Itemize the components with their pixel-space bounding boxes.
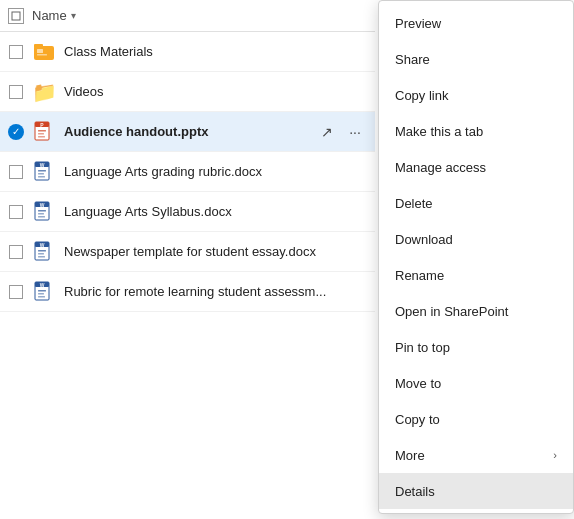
- menu-item-copy-link[interactable]: Copy link: [379, 77, 573, 113]
- docx-icon: W: [32, 280, 56, 304]
- menu-item-more[interactable]: More ›: [379, 437, 573, 473]
- docx-icon: W: [32, 200, 56, 224]
- menu-item-move-to[interactable]: Move to: [379, 365, 573, 401]
- docx-icon: W: [32, 160, 56, 184]
- more-button[interactable]: ···: [343, 120, 367, 144]
- menu-item-make-tab[interactable]: Make this a tab: [379, 113, 573, 149]
- docx-icon: W: [32, 240, 56, 264]
- file-checkbox[interactable]: [8, 204, 24, 220]
- svg-rect-0: [12, 12, 20, 20]
- svg-rect-16: [38, 176, 45, 178]
- svg-rect-21: [38, 213, 44, 215]
- menu-item-share[interactable]: Share: [379, 41, 573, 77]
- svg-text:W: W: [40, 282, 45, 288]
- file-name: Audience handout.pptx: [64, 124, 311, 139]
- file-checkbox[interactable]: [8, 244, 24, 260]
- name-column-header[interactable]: Name ▾: [32, 8, 76, 23]
- file-name: Rubric for remote learning student asses…: [64, 284, 367, 299]
- menu-item-delete[interactable]: Delete: [379, 185, 573, 221]
- file-checkbox[interactable]: [8, 164, 24, 180]
- pptx-icon: P: [32, 120, 56, 144]
- svg-rect-33: [38, 293, 44, 295]
- file-checkbox[interactable]: [8, 124, 24, 140]
- svg-rect-3: [37, 49, 43, 53]
- file-action-buttons: ↗ ···: [315, 120, 367, 144]
- file-list-header: Name ▾: [0, 0, 375, 32]
- svg-rect-4: [37, 54, 47, 56]
- svg-rect-2: [34, 44, 43, 48]
- svg-rect-10: [38, 136, 45, 138]
- file-item-audience-handout[interactable]: P Audience handout.pptx ↗ ···: [0, 112, 375, 152]
- svg-rect-34: [38, 296, 45, 298]
- svg-text:W: W: [40, 162, 45, 168]
- file-name: Language Arts Syllabus.docx: [64, 204, 367, 219]
- menu-item-rename[interactable]: Rename: [379, 257, 573, 293]
- context-menu: Preview Share Copy link Make this a tab …: [378, 0, 574, 514]
- menu-item-manage-access[interactable]: Manage access: [379, 149, 573, 185]
- file-item-class-materials[interactable]: Class Materials: [0, 32, 375, 72]
- file-checkbox[interactable]: [8, 44, 24, 60]
- file-checkbox[interactable]: [8, 284, 24, 300]
- file-name: Language Arts grading rubric.docx: [64, 164, 367, 179]
- menu-item-download[interactable]: Download: [379, 221, 573, 257]
- file-item-lang-arts-syllabus[interactable]: W Language Arts Syllabus.docx: [0, 192, 375, 232]
- file-list: Name ▾ Class Materials 📁 Videos: [0, 0, 375, 519]
- svg-rect-22: [38, 216, 45, 218]
- svg-rect-20: [38, 210, 46, 212]
- svg-rect-26: [38, 250, 46, 252]
- select-all-checkbox[interactable]: [8, 8, 24, 24]
- svg-rect-8: [38, 130, 46, 132]
- svg-rect-15: [38, 173, 44, 175]
- svg-rect-14: [38, 170, 46, 172]
- file-name: Newspaper template for student essay.doc…: [64, 244, 367, 259]
- folder-icon: 📁: [32, 80, 56, 104]
- file-name: Class Materials: [64, 44, 367, 59]
- svg-rect-28: [38, 256, 45, 258]
- file-checkbox[interactable]: [8, 84, 24, 100]
- file-item-videos[interactable]: 📁 Videos: [0, 72, 375, 112]
- menu-item-copy-to[interactable]: Copy to: [379, 401, 573, 437]
- svg-rect-32: [38, 290, 46, 292]
- menu-item-preview[interactable]: Preview: [379, 5, 573, 41]
- svg-text:W: W: [40, 242, 45, 248]
- chevron-right-icon: ›: [553, 449, 557, 461]
- svg-rect-1: [34, 46, 54, 60]
- file-item-lang-arts-grading[interactable]: W Language Arts grading rubric.docx: [0, 152, 375, 192]
- share-button[interactable]: ↗: [315, 120, 339, 144]
- menu-item-open-sharepoint[interactable]: Open in SharePoint: [379, 293, 573, 329]
- file-item-rubric-remote[interactable]: W Rubric for remote learning student ass…: [0, 272, 375, 312]
- svg-rect-27: [38, 253, 44, 255]
- svg-text:W: W: [40, 202, 45, 208]
- file-name: Videos: [64, 84, 367, 99]
- svg-rect-9: [38, 133, 44, 135]
- class-folder-icon: [32, 40, 56, 64]
- menu-item-details[interactable]: Details: [379, 473, 573, 509]
- file-item-newspaper-template[interactable]: W Newspaper template for student essay.d…: [0, 232, 375, 272]
- menu-item-pin-top[interactable]: Pin to top: [379, 329, 573, 365]
